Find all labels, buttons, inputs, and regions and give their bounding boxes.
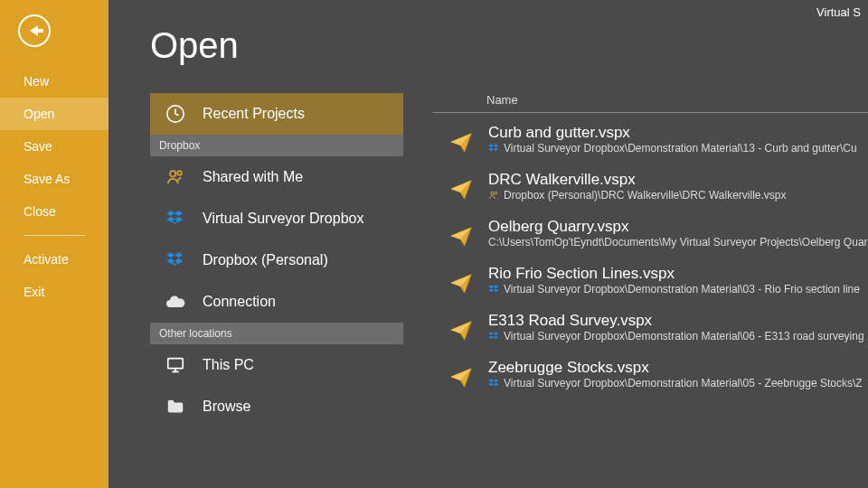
dropbox-icon	[488, 378, 499, 389]
file-text: Zeebrugge Stocks.vspx Virtual Surveyor D…	[488, 359, 863, 389]
file-name: Curb and gutter.vspx	[488, 124, 857, 142]
file-name: Zeebrugge Stocks.vspx	[488, 359, 863, 377]
folder-icon	[163, 394, 188, 419]
sidebar-item-save-as[interactable]: Save As	[0, 163, 108, 195]
file-path: C:\Users\TomOp'tEyndt\Documents\My Virtu…	[488, 236, 868, 249]
project-icon	[445, 314, 477, 346]
place-browse[interactable]: Browse	[150, 386, 403, 427]
project-icon	[445, 267, 477, 299]
file-path: Dropbox (Personal)\DRC Walkerville\DRC W…	[488, 189, 787, 202]
main-panel: Open Recent Projects Dropbox Sh	[108, 0, 868, 488]
place-group-header: Dropbox	[150, 135, 403, 156]
clock-icon	[163, 101, 188, 127]
people-icon	[163, 164, 188, 190]
sidebar-item-save[interactable]: Save	[0, 130, 108, 163]
place-label: Browse	[203, 399, 250, 415]
sidebar-item-open[interactable]: Open	[0, 98, 108, 130]
place-dropbox-personal[interactable]: Dropbox (Personal)	[150, 239, 403, 281]
place-connection[interactable]: Connection	[150, 281, 403, 323]
left-sidebar: New Open Save Save As Close Activate Exi…	[0, 0, 108, 488]
file-row[interactable]: Rio Frio Section Lines.vspx Virtual Surv…	[432, 261, 868, 308]
file-path: Virtual Surveyor Dropbox\Demonstration M…	[488, 142, 857, 155]
project-icon	[445, 361, 477, 393]
page-title: Open	[150, 25, 868, 66]
project-icon	[445, 126, 477, 158]
place-group-header: Other locations	[150, 323, 403, 344]
people-icon	[488, 190, 499, 201]
sidebar-item-activate[interactable]: Activate	[0, 243, 108, 276]
project-icon	[445, 173, 477, 205]
dropbox-icon	[488, 143, 499, 154]
place-label: Dropbox (Personal)	[203, 252, 328, 268]
column-name[interactable]: Name	[486, 93, 518, 107]
dropbox-icon	[163, 206, 188, 231]
place-shared-with-me[interactable]: Shared with Me	[150, 156, 403, 198]
place-recent-projects[interactable]: Recent Projects	[150, 93, 403, 135]
place-label: Shared with Me	[203, 169, 303, 185]
file-path: Virtual Surveyor Dropbox\Demonstration M…	[488, 377, 863, 389]
sidebar-item-new[interactable]: New	[0, 65, 108, 98]
dropbox-icon	[163, 248, 188, 273]
monitor-icon	[163, 352, 188, 378]
cloud-icon	[163, 289, 188, 314]
dropbox-icon	[488, 284, 499, 295]
sidebar-divider	[24, 235, 85, 236]
file-text: DRC Walkerville.vspx Dropbox (Personal)\…	[488, 171, 787, 202]
file-name: Oelberg Quarry.vspx	[488, 218, 868, 236]
project-icon	[445, 220, 477, 252]
svg-point-1	[170, 171, 175, 176]
file-row[interactable]: Zeebrugge Stocks.vspx Virtual Surveyor D…	[432, 355, 868, 402]
arrow-left-icon	[30, 25, 38, 36]
file-grid: Name Curb and gutter.vspx Virtual Survey…	[432, 93, 868, 488]
file-name: Rio Frio Section Lines.vspx	[488, 265, 860, 283]
file-row[interactable]: Curb and gutter.vspx Virtual Surveyor Dr…	[432, 120, 868, 167]
back-button[interactable]	[18, 14, 51, 47]
content-columns: Recent Projects Dropbox Shared with Me V…	[150, 93, 868, 488]
svg-rect-3	[168, 359, 184, 369]
grid-header: Name	[432, 93, 868, 113]
place-label: Virtual Surveyor Dropbox	[203, 211, 363, 227]
window-title: Virtual S	[816, 5, 861, 19]
file-row[interactable]: E313 Road Survey.vspx Virtual Surveyor D…	[432, 308, 868, 355]
sidebar-item-close[interactable]: Close	[0, 195, 108, 228]
svg-point-2	[177, 171, 182, 175]
places-list: Recent Projects Dropbox Shared with Me V…	[150, 93, 403, 488]
file-name: E313 Road Survey.vspx	[488, 312, 864, 330]
place-label: Recent Projects	[203, 106, 305, 122]
file-text: E313 Road Survey.vspx Virtual Surveyor D…	[488, 312, 864, 343]
svg-point-5	[495, 192, 497, 194]
file-row[interactable]: DRC Walkerville.vspx Dropbox (Personal)\…	[432, 167, 868, 214]
file-text: Oelberg Quarry.vspx C:\Users\TomOp'tEynd…	[488, 218, 868, 249]
place-label: Connection	[203, 294, 276, 310]
place-this-pc[interactable]: This PC	[150, 344, 403, 386]
svg-point-4	[491, 192, 495, 195]
file-path: Virtual Surveyor Dropbox\Demonstration M…	[488, 283, 860, 296]
app-root: Virtual S New Open Save Save As Close Ac…	[0, 0, 868, 488]
file-text: Curb and gutter.vspx Virtual Surveyor Dr…	[488, 124, 857, 155]
file-name: DRC Walkerville.vspx	[488, 171, 787, 189]
file-path: Virtual Surveyor Dropbox\Demonstration M…	[488, 330, 864, 343]
place-label: This PC	[203, 357, 254, 373]
dropbox-icon	[488, 331, 499, 342]
file-text: Rio Frio Section Lines.vspx Virtual Surv…	[488, 265, 860, 296]
file-row[interactable]: Oelberg Quarry.vspx C:\Users\TomOp'tEynd…	[432, 214, 868, 261]
place-vs-dropbox[interactable]: Virtual Surveyor Dropbox	[150, 198, 403, 239]
sidebar-item-exit[interactable]: Exit	[0, 276, 108, 308]
